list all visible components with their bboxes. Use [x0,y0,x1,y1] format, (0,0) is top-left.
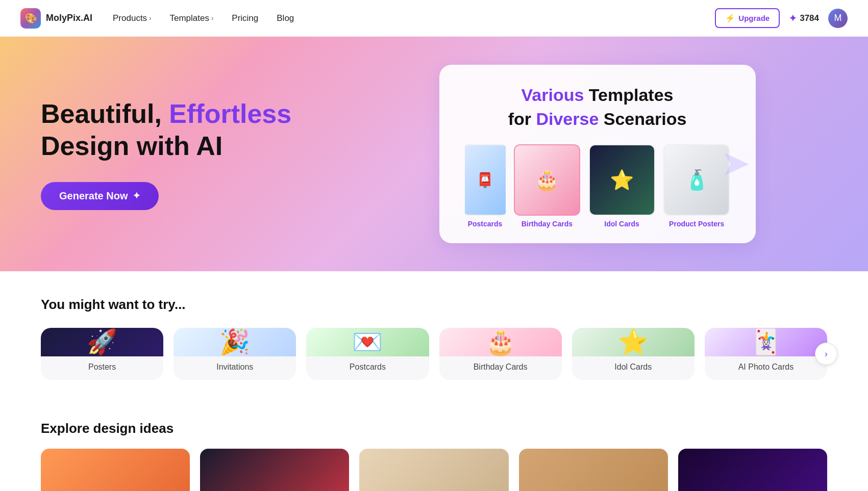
explore-card-5[interactable]: 🦇 Dark Fantasy [678,449,827,491]
template-item-postcards-partial[interactable]: 📮 Postcards [465,144,506,228]
logo-text: MolyPix.AI [46,13,92,23]
bolt-icon: ⚡ [725,13,735,23]
explore-card-1[interactable]: 🍂 Autumn Map Art [41,449,190,491]
nav-items: Products › Templates › Pricing Blog [113,13,294,23]
logo-icon: 🎨 [20,8,41,29]
try-card-label-invitations: Invitations [216,363,253,372]
try-card-img-idol: ⭐ [572,328,695,356]
credits-display: ✦ 3784 [789,13,819,24]
template-thumb-idol: ⭐ [589,144,655,216]
try-card-invitations[interactable]: 🎉 Invitations [173,328,296,380]
try-card-label-idol: Idol Cards [614,363,652,372]
template-label-product: Product Posters [669,220,724,228]
templates-card: Various Templates for Diverse Scenarios … [439,65,756,243]
try-card-idol[interactable]: ⭐ Idol Cards [572,328,695,380]
nav-templates[interactable]: Templates › [169,13,213,23]
carousel-next-button[interactable]: › [815,343,837,365]
hero-accent: Effortless [169,99,291,128]
try-card-label-birthday: Birthday Cards [474,363,528,372]
template-item-idol[interactable]: ⭐ Idol Cards [588,144,655,228]
template-item-product[interactable]: 🧴 Product Posters [663,144,730,228]
try-card-aiphoto[interactable]: 🃏 AI Photo Cards [705,328,827,380]
explore-card-4[interactable]: DIY Christmas Tree Ornament [519,449,668,491]
explore-card-3[interactable]: $25/person. Register. holidaybake@center… [359,449,508,491]
try-card-img-invitations: 🎉 [173,328,296,356]
template-label-postcards: Postcards [468,220,503,228]
explore-section-title: Explore design ideas [41,421,827,436]
navbar-right: ⚡ Upgrade ✦ 3784 M [715,8,848,28]
try-card-img-birthday: 🎂 [439,328,562,356]
try-card-label-postcards: Postcards [350,363,386,372]
navbar-left: 🎨 MolyPix.AI Products › Templates › Pric… [20,8,294,29]
explore-card-2[interactable]: 🔦 Dark Spotlight Poster [200,449,349,491]
explore-cards-container: 🍂 Autumn Map Art 🔦 Dark Spotlight Poster… [41,449,827,491]
avatar[interactable]: M [828,9,848,28]
try-card-birthday[interactable]: 🎂 Birthday Cards [439,328,562,380]
template-label-birthday: Birthday Cards [522,220,573,228]
hero-right: Various Templates for Diverse Scenarios … [327,37,868,271]
template-thumb-postcards-partial: 📮 [465,144,506,216]
chevron-icon: › [211,14,213,22]
sparkle-icon: ✦ [133,190,140,201]
upgrade-button[interactable]: ⚡ Upgrade [715,8,780,28]
try-card-postcards[interactable]: 💌 Postcards [306,328,429,380]
nav-pricing[interactable]: Pricing [232,13,258,23]
template-thumb-birthday: 🎂 [514,144,580,216]
card-title-line2: for Diverse Scenarios [465,109,730,129]
logo[interactable]: 🎨 MolyPix.AI [20,8,92,29]
try-card-img-posters: 🚀 [41,328,163,356]
try-section-title: You might want to try... [41,297,827,313]
try-card-posters[interactable]: 🚀 Posters [41,328,163,380]
try-card-label-aiphoto: AI Photo Cards [738,363,794,372]
template-thumb-product: 🧴 [663,144,730,216]
template-grid: 📮 Postcards 🎂 Birthday Cards ⭐ Idol Card… [465,144,730,228]
card-title-line1: Various Templates [465,85,730,105]
navbar: 🎨 MolyPix.AI Products › Templates › Pric… [0,0,868,37]
explore-section: Explore design ideas 🍂 Autumn Map Art 🔦 … [0,395,868,491]
nav-blog[interactable]: Blog [277,13,294,23]
hero-left: Beautiful, EffortlessDesign with AI Gene… [0,37,327,271]
star-icon: ✦ [789,13,797,24]
try-card-label-posters: Posters [88,363,116,372]
hero-section: Beautiful, EffortlessDesign with AI Gene… [0,37,868,271]
try-section: You might want to try... 🚀 Posters 🎉 Inv… [0,271,868,395]
generate-now-button[interactable]: Generate Now ✦ [41,182,159,210]
nav-products[interactable]: Products › [113,13,151,23]
try-card-img-aiphoto: 🃏 [705,328,827,356]
chevron-icon: › [149,14,151,22]
hero-title: Beautiful, EffortlessDesign with AI [41,98,296,162]
template-label-idol: Idol Cards [604,220,639,228]
try-cards-container: 🚀 Posters 🎉 Invitations 💌 Postcards 🎂 Bi… [41,328,827,380]
try-card-img-postcards: 💌 [306,328,429,356]
template-item-birthday[interactable]: 🎂 Birthday Cards [514,144,581,228]
